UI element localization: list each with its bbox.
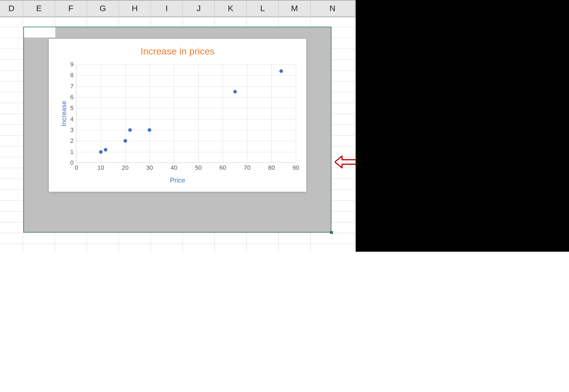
letterbox-right	[356, 0, 569, 252]
column-header-H[interactable]: H	[119, 1, 151, 16]
y-tick: 6	[70, 94, 76, 101]
embedded-chart[interactable]: Increase in prices 010203040506070809001…	[49, 39, 306, 192]
x-tick: 40	[171, 163, 177, 171]
data-point[interactable]	[233, 90, 237, 94]
column-header-row: DEFGHIJKLMN	[0, 0, 356, 17]
y-tick: 4	[70, 116, 76, 123]
data-point[interactable]	[104, 148, 108, 151]
column-header-G[interactable]: G	[87, 1, 119, 16]
y-tick: 9	[70, 61, 76, 68]
y-tick: 2	[70, 137, 76, 144]
x-tick: 10	[98, 163, 104, 171]
y-tick: 3	[70, 126, 76, 134]
x-tick: 50	[195, 163, 202, 171]
y-tick: 1	[70, 148, 76, 156]
y-axis-label[interactable]: Increase	[60, 101, 68, 126]
x-tick: 60	[219, 163, 226, 171]
column-header-J[interactable]: J	[183, 1, 215, 16]
column-header-F[interactable]: F	[55, 1, 87, 16]
chart-title[interactable]: Increase in prices	[49, 46, 306, 57]
data-point[interactable]	[148, 128, 151, 132]
data-point[interactable]	[99, 150, 103, 154]
x-axis-label[interactable]: Price	[49, 176, 306, 184]
y-tick: 0	[70, 159, 76, 166]
column-header-M[interactable]: M	[279, 1, 311, 16]
active-cell[interactable]	[23, 27, 55, 38]
letterbox-bottom	[0, 252, 569, 392]
data-point[interactable]	[123, 139, 127, 143]
data-point[interactable]	[279, 69, 283, 73]
column-header-N[interactable]: N	[311, 1, 355, 16]
column-header-I[interactable]: I	[151, 1, 183, 16]
y-tick: 5	[70, 104, 76, 112]
column-header-E[interactable]: E	[23, 1, 55, 16]
plot-area[interactable]: 01020304050607080900123456789	[76, 64, 296, 163]
x-tick: 30	[146, 163, 153, 171]
y-tick: 8	[70, 72, 76, 79]
column-header-D[interactable]: D	[0, 1, 23, 16]
x-tick: 80	[268, 163, 275, 171]
data-point[interactable]	[128, 128, 132, 132]
x-tick: 20	[122, 163, 128, 171]
x-tick: 90	[293, 163, 299, 171]
selection-fill-handle[interactable]	[330, 231, 333, 234]
x-tick: 70	[244, 163, 250, 171]
column-header-K[interactable]: K	[215, 1, 247, 16]
y-tick: 7	[70, 83, 76, 90]
column-header-L[interactable]: L	[247, 1, 279, 16]
